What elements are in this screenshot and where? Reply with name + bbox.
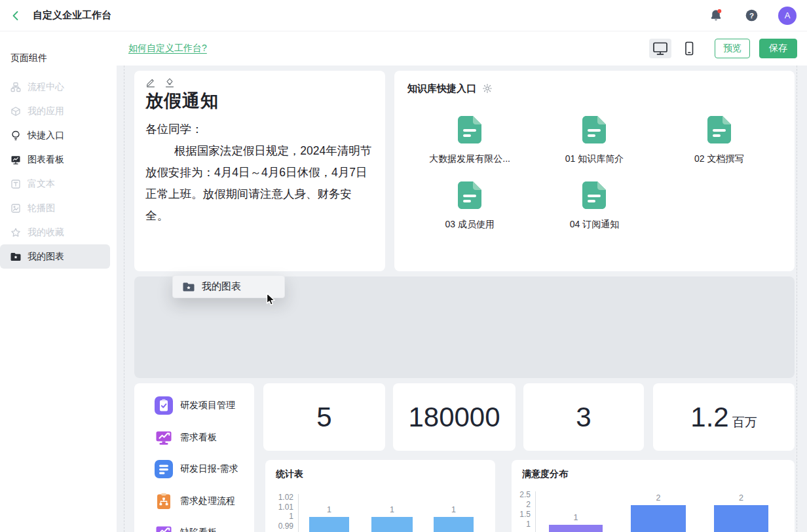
kb-doc-item[interactable]: 大数据发展有限公... — [407, 115, 532, 165]
chart-card-satisfaction: 满意度分布 2.521.51122 — [512, 460, 795, 532]
bar — [549, 525, 603, 532]
back-chevron-icon — [10, 10, 21, 21]
workspace-customizer-app: 自定义企业工作台 ? A 页面组件 流程中心我的应用快捷入口图表看板富文本轮播图… — [0, 0, 807, 532]
y-axis-line — [298, 494, 299, 532]
bar — [631, 505, 686, 532]
star-icon — [10, 227, 21, 238]
chart-card-statistics: 统计表 1.021.0110.99111 — [265, 460, 495, 532]
y-axis-tick-label: 2.5 — [512, 490, 531, 499]
canvas-toolbar: 如何自定义工作台? 预览 保存 — [117, 31, 807, 66]
sidebar-item-chart-board[interactable]: 图表看板 — [0, 147, 110, 172]
document-lines-icon — [155, 460, 173, 478]
edit-notice-button[interactable] — [145, 77, 156, 88]
stat-card: 180000 — [393, 383, 516, 451]
sidebar-item-label: 我的应用 — [28, 105, 64, 117]
y-axis-tick-label: 1.5 — [512, 510, 531, 519]
stat-card: 3 — [523, 383, 644, 451]
kb-doc-grid: 大数据发展有限公...01 知识库简介02 文档撰写03 成员使用04 订阅通知 — [407, 115, 781, 231]
chart-list-item[interactable]: 研发项目管理 — [134, 390, 254, 422]
kb-doc-item[interactable]: 03 成员使用 — [407, 181, 532, 231]
bar-value-label: 1 — [371, 505, 413, 516]
stat-value: 180000 — [408, 383, 500, 451]
document-icon — [582, 115, 607, 144]
image-icon — [10, 203, 21, 214]
org-icon — [10, 82, 21, 92]
chart-list-item[interactable]: 缺陷看板 — [134, 517, 254, 532]
kb-settings-button[interactable] — [482, 83, 493, 94]
sidebar-section-title: 页面组件 — [10, 52, 117, 64]
folder-chart-icon — [10, 252, 21, 262]
svg-text:?: ? — [749, 12, 753, 20]
chart-list-item[interactable]: 需求看板 — [134, 422, 254, 454]
cube-icon — [10, 106, 21, 117]
richtext-icon — [10, 179, 21, 189]
sidebar-item-label: 我的图表 — [28, 251, 64, 263]
sidebar-item-my-favorites: 我的收藏 — [0, 220, 110, 244]
bar — [714, 505, 768, 532]
y-axis-tick-label: 2 — [512, 500, 531, 509]
paint-format-icon — [164, 77, 175, 88]
document-icon — [457, 115, 482, 144]
avatar[interactable]: A — [778, 7, 797, 25]
bar-chart: 1.021.0110.99111 — [265, 460, 495, 532]
bar-value-label: 1 — [549, 513, 603, 523]
monitor-trend-icon — [155, 428, 173, 447]
bar-value-label: 1 — [309, 505, 349, 516]
help-button[interactable]: ? — [743, 7, 760, 24]
how-to-customize-link[interactable]: 如何自定义工作台? — [128, 43, 207, 54]
sidebar-item-label: 富文本 — [28, 178, 55, 190]
chart-list-item-label: 研发项目管理 — [180, 400, 235, 411]
desktop-view-button[interactable] — [649, 39, 671, 58]
stat-value: 5 — [316, 383, 331, 451]
kb-doc-item[interactable]: 02 文档撰写 — [657, 115, 781, 165]
document-icon — [582, 181, 607, 210]
chart-list-item[interactable]: 研发日报-需求 — [134, 453, 254, 485]
sidebar-item-label: 图表看板 — [28, 154, 64, 166]
kb-quick-entry-card: 知识库快捷入口 大数据发展有限公...01 知识库简介02 文档撰写03 成员使… — [394, 71, 795, 271]
phone-icon — [681, 41, 697, 56]
chart-list-item[interactable]: 需求处理流程 — [134, 485, 254, 518]
sidebar-item-label: 轮播图 — [28, 202, 55, 214]
kb-doc-item[interactable]: 01 知识库简介 — [532, 115, 656, 165]
mobile-view-button[interactable] — [678, 39, 700, 58]
monitor-icon — [652, 41, 668, 56]
stat-suffix: 百万 — [732, 414, 757, 431]
sidebar-item-my-charts[interactable]: 我的图表 — [0, 244, 110, 269]
stat-card: 1.2百万 — [653, 383, 795, 451]
dragging-chip-my-charts[interactable]: 我的图表 — [172, 275, 285, 298]
sidebar-item-flow-center: 流程中心 — [0, 75, 110, 99]
notifications-button[interactable] — [707, 7, 724, 24]
kb-doc-label: 大数据发展有限公... — [429, 153, 510, 165]
sidebar-item-rich-text: 富文本 — [0, 172, 110, 196]
sidebar: 页面组件 流程中心我的应用快捷入口图表看板富文本轮播图我的收藏我的图表 — [0, 31, 117, 532]
kb-doc-label: 04 订阅通知 — [570, 219, 619, 231]
y-axis-tick-label: 1.01 — [265, 503, 293, 512]
chart-list-item-label: 需求处理流程 — [180, 495, 235, 507]
back-button[interactable] — [8, 8, 24, 24]
stat-card: 5 — [263, 383, 385, 451]
sidebar-item-carousel: 轮播图 — [0, 196, 110, 220]
y-axis-line — [535, 491, 536, 532]
sidebar-item-my-apps: 我的应用 — [0, 99, 110, 123]
y-axis-tick-label: 1.02 — [265, 493, 293, 502]
notice-greeting: 各位同学： — [145, 119, 374, 140]
y-axis-tick-label: 0.99 — [265, 522, 293, 531]
format-paint-button[interactable] — [164, 77, 175, 88]
bell-icon — [709, 9, 723, 23]
kb-doc-label: 03 成员使用 — [445, 219, 494, 231]
monitor-trend-icon — [155, 523, 173, 532]
my-charts-list-card: 研发项目管理需求看板研发日报-需求需求处理流程缺陷看板 — [134, 383, 254, 532]
save-button[interactable]: 保存 — [759, 39, 797, 58]
kb-doc-item[interactable]: 04 订阅通知 — [532, 181, 656, 231]
bar — [434, 517, 474, 532]
stat-value: 3 — [576, 383, 591, 451]
pencil-icon — [145, 77, 156, 88]
preview-button[interactable]: 预览 — [715, 39, 750, 58]
kb-doc-label: 01 知识库简介 — [565, 153, 624, 165]
canvas: 放假通知 各位同学： 根据国家法定假日规定，2024年清明节放假安排为：4月4日… — [117, 66, 807, 532]
y-axis-tick-label: 1 — [265, 512, 293, 521]
canvas-guide-left — [124, 66, 124, 532]
sidebar-item-label: 流程中心 — [28, 81, 64, 93]
sidebar-item-quick-entry[interactable]: 快捷入口 — [0, 123, 110, 147]
monitor-chart-icon — [10, 155, 21, 165]
